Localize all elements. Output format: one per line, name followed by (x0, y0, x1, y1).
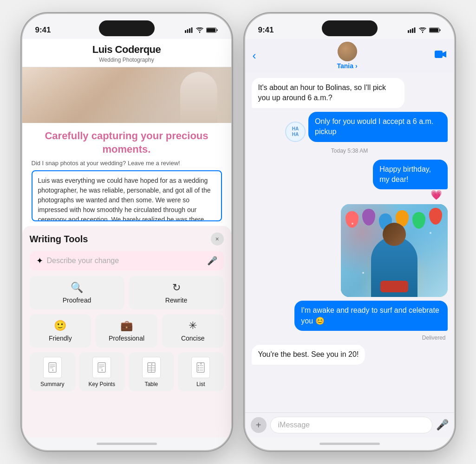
message-group-birthday: Happy birthday, my dear! 💗 (252, 160, 448, 201)
proofread-icon: 🔍 (71, 282, 83, 294)
contact-name-text: Tania (337, 62, 353, 70)
writing-tools-search-bar[interactable]: ✦ Describe your change 🎤 (30, 251, 224, 271)
proofread-button[interactable]: 🔍 Proofread (30, 276, 124, 309)
status-time-1: 9:41 (35, 26, 51, 35)
home-bar-1 (97, 443, 157, 445)
home-indicator-1 (22, 437, 231, 450)
summary-button[interactable]: Summary (30, 352, 76, 391)
dynamic-island-2 (322, 20, 378, 36)
svg-point-23 (198, 367, 199, 368)
heart-reaction-icon: 💗 (430, 189, 442, 200)
phone2-content: ‹ Tania › It's abou (245, 39, 454, 437)
friendly-button[interactable]: 🙂 Friendly (30, 314, 91, 348)
message-row-5: I'm awake and ready to surf and celebrat… (252, 301, 448, 331)
message-row-1: It's about an hour to Bolinas, so I'll p… (252, 78, 448, 108)
rewrite-button[interactable]: ↻ Rewrite (129, 276, 224, 309)
writing-tools-title: Writing Tools (30, 234, 88, 245)
website-subtitle: Wedding Photography (32, 57, 222, 63)
messages-area: It's about an hour to Bolinas, so I'll p… (245, 73, 454, 412)
battery-icon-1 (206, 27, 218, 33)
key-points-button[interactable]: Key Points (79, 352, 125, 391)
svg-rect-34 (435, 51, 443, 58)
svg-rect-6 (216, 29, 217, 31)
bride-figure (180, 72, 217, 123)
website-header: Luis Coderque Wedding Photography (22, 39, 231, 67)
imessage-input[interactable]: iMessage (270, 417, 432, 433)
professional-button[interactable]: 💼 Professional (96, 314, 157, 348)
list-label: List (196, 381, 205, 387)
wedding-hero-image (22, 67, 231, 123)
balloon-green (412, 212, 425, 229)
svg-rect-11 (98, 363, 105, 373)
professional-icon: 💼 (120, 320, 133, 332)
table-doc-icon (142, 357, 161, 378)
proofread-label: Proofread (63, 296, 91, 304)
add-attachment-button[interactable]: + (251, 417, 267, 433)
messages-input-bar: + iMessage 🎤 (245, 412, 454, 437)
heart-reaction-row: 💗 (430, 189, 444, 200)
cake (380, 281, 408, 292)
writing-tools-doc-row: Summary Key Points (30, 352, 224, 391)
phone-2: 9:41 ‹ (245, 14, 454, 450)
voice-input-button[interactable]: 🎤 (436, 419, 449, 431)
phone1-content: Luis Coderque Wedding Photography Carefu… (22, 39, 231, 437)
writing-tools-header: Writing Tools × (30, 232, 224, 245)
professional-label: Professional (109, 335, 144, 342)
svg-rect-27 (408, 30, 409, 33)
friendly-icon: 🙂 (54, 320, 66, 332)
message-bolinas: It's about an hour to Bolinas, so I'll p… (252, 78, 404, 108)
person-head (383, 223, 406, 246)
message-birthday-text: Happy birthday, my dear! (379, 165, 431, 183)
table-label: Table (144, 381, 158, 387)
svg-rect-28 (410, 29, 411, 33)
facetime-button[interactable] (435, 50, 447, 62)
signal-icon-1 (185, 27, 193, 33)
home-indicator-2 (245, 437, 454, 450)
contact-info[interactable]: Tania › (260, 42, 435, 70)
summary-doc-icon (43, 357, 62, 378)
summary-label: Summary (40, 381, 64, 387)
balloon-purple (362, 209, 375, 226)
microphone-icon[interactable]: 🎤 (207, 256, 217, 266)
website-name: Luis Coderque (32, 44, 222, 56)
message-row-2: HAHA Only for you would I accept a 6 a.m… (269, 112, 448, 142)
svg-rect-2 (189, 28, 190, 33)
review-text-box[interactable]: Luis was everything we could have hoped … (32, 170, 222, 221)
status-icons-2 (408, 27, 441, 33)
writing-tools-row-2: 🙂 Friendly 💼 Professional ✳ Concise (30, 314, 224, 348)
concise-icon: ✳ (189, 320, 197, 332)
message-pickup: Only for you would I accept a 6 a.m. pic… (308, 112, 447, 142)
home-bar-2 (320, 443, 380, 445)
message-row-6: You're the best. See you in 20! (252, 345, 448, 364)
writing-tools-close-button[interactable]: × (211, 232, 224, 245)
svg-rect-33 (439, 29, 440, 31)
concise-button[interactable]: ✳ Concise (162, 314, 224, 348)
svg-point-25 (198, 370, 199, 371)
birthday-image (341, 204, 448, 297)
timestamp-1: Today 5:38 AM (252, 148, 448, 154)
battery-icon-2 (429, 27, 441, 33)
message-best: You're the best. See you in 20! (252, 345, 365, 364)
contact-chevron: › (355, 62, 358, 70)
dynamic-island-1 (99, 20, 155, 36)
messages-nav: ‹ Tania › (245, 39, 454, 73)
haha-sticker: HAHA (285, 122, 306, 142)
balloon-red2 (429, 208, 442, 225)
phone-1: 9:41 (22, 14, 231, 450)
svg-rect-29 (412, 28, 413, 33)
birthday-image-row (252, 204, 448, 297)
message-row-3: Happy birthday, my dear! (352, 160, 448, 190)
table-button[interactable]: Table (129, 352, 175, 391)
concise-label: Concise (181, 335, 205, 342)
signal-icon-2 (408, 27, 416, 33)
wifi-icon-1 (196, 27, 203, 33)
delivered-status: Delivered (252, 335, 448, 341)
writing-tools-search-placeholder: Describe your change (47, 257, 203, 265)
key-points-label: Key Points (89, 381, 115, 387)
list-button[interactable]: List (178, 352, 224, 391)
svg-rect-3 (191, 27, 192, 33)
back-button[interactable]: ‹ (253, 49, 260, 62)
svg-rect-30 (414, 27, 415, 33)
key-points-doc-icon (92, 357, 111, 378)
message-group-sent-1: HAHA Only for you would I accept a 6 a.m… (252, 112, 448, 142)
